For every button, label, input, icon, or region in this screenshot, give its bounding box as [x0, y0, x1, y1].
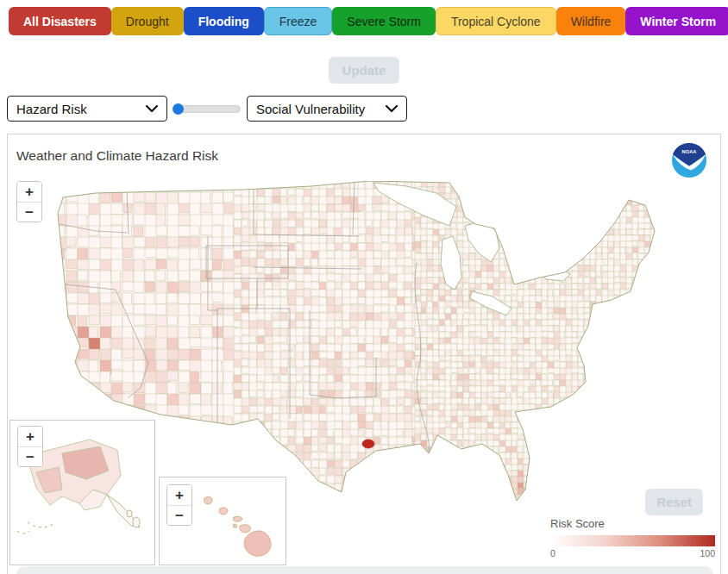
filter-severe-storm[interactable]: Severe Storm — [332, 7, 436, 35]
filter-drought[interactable]: Drought — [111, 7, 184, 35]
risk-score-legend: Risk Score 0 100 — [550, 517, 715, 558]
map-title: Weather and Climate Hazard Risk — [16, 148, 218, 164]
zoom-in-button[interactable]: + — [167, 485, 191, 505]
left-layer-select[interactable]: Hazard Risk — [7, 96, 167, 122]
right-layer-select[interactable]: Social Vulnerability — [247, 96, 407, 122]
noaa-logo-icon: NOAA — [671, 142, 707, 178]
legend-title: Risk Score — [550, 517, 715, 530]
alaska-inset: + − — [9, 420, 155, 565]
filter-tropical-cyclone[interactable]: Tropical Cyclone — [436, 7, 556, 35]
slider-handle[interactable] — [173, 103, 184, 115]
highest-risk-county — [362, 440, 374, 448]
zoom-out-button[interactable]: − — [167, 505, 191, 525]
layer-controls: Hazard Risk Social Vulnerability — [7, 96, 407, 122]
filter-flooding[interactable]: Flooding — [184, 7, 264, 35]
hawaii-inset: + − — [159, 477, 286, 565]
legend-min: 0 — [550, 548, 555, 558]
layer-blend-slider[interactable] — [173, 96, 241, 122]
zoom-out-button[interactable]: − — [18, 446, 42, 466]
legend-gradient-bar — [550, 535, 715, 546]
alaska-zoom-control: + − — [17, 426, 43, 467]
filter-freeze[interactable]: Freeze — [264, 7, 333, 35]
zoom-in-button[interactable]: + — [18, 427, 42, 446]
left-layer-select-value: Hazard Risk — [16, 102, 87, 116]
filter-winter-storm[interactable]: Winter Storm — [625, 7, 728, 35]
right-layer-select-value: Social Vulnerability — [256, 102, 365, 116]
hawaii-zoom-control: + − — [166, 484, 192, 526]
chevron-down-icon — [386, 105, 398, 113]
filter-all-disasters[interactable]: All Disasters — [9, 7, 111, 35]
reset-button[interactable]: Reset — [645, 489, 703, 515]
legend-max: 100 — [700, 548, 715, 558]
zoom-out-button[interactable]: − — [17, 202, 41, 221]
zoom-in-button[interactable]: + — [17, 182, 41, 202]
chevron-down-icon — [146, 105, 158, 113]
update-row: Update — [0, 57, 728, 84]
disaster-filter-row: All Disasters Drought Flooding Freeze Se… — [9, 7, 719, 35]
map-zoom-control: + − — [16, 181, 42, 222]
filter-wildfire[interactable]: Wildfire — [556, 7, 626, 35]
collapsed-panel-edge — [16, 566, 713, 574]
svg-text:NOAA: NOAA — [682, 149, 697, 154]
update-button[interactable]: Update — [329, 57, 400, 84]
hazard-map-panel: Weather and Climate Hazard Risk NOAA + − — [7, 134, 721, 574]
